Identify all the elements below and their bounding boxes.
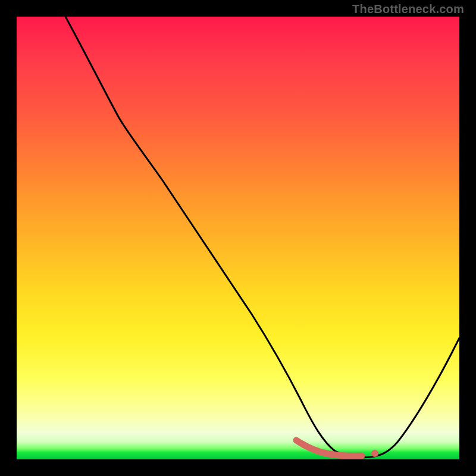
watermark-text: TheBottleneck.com [352,2,464,16]
bottleneck-curve [65,17,459,458]
highlight-segment [296,440,362,456]
plot-area [17,17,459,459]
highlight-end-dot [371,450,378,457]
chart-frame: TheBottleneck.com [0,0,476,476]
curve-layer [17,17,459,459]
